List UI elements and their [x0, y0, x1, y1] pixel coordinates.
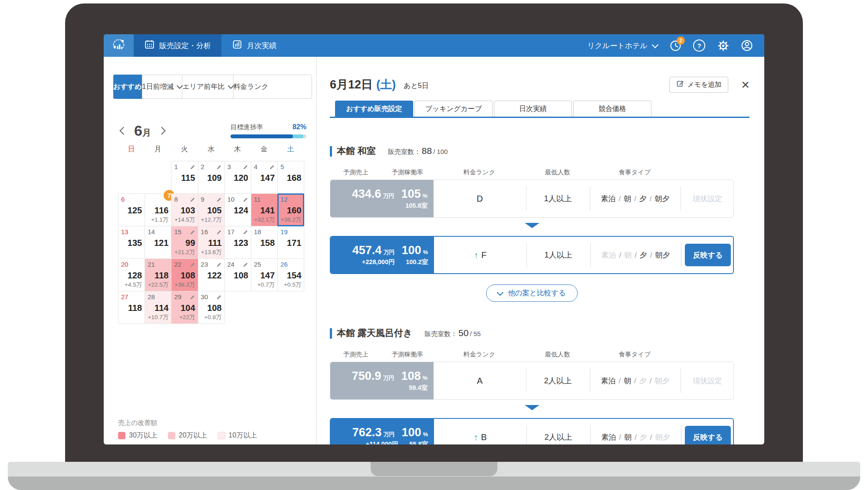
add-memo-button[interactable]: メモを追加	[669, 77, 729, 93]
chevron-down-icon	[497, 289, 504, 296]
close-icon[interactable]: ×	[741, 78, 750, 91]
nav-tab-monthly-results[interactable]: 月次実績	[221, 34, 287, 57]
app-logo[interactable]	[104, 34, 134, 57]
legend-color-swatch	[218, 432, 225, 439]
calendar-day-cell[interactable]: 4 147	[251, 161, 278, 194]
detail-tab[interactable]: おすすめ販売設定	[335, 101, 413, 117]
sales-difference: +114,000円	[366, 440, 398, 444]
account-button[interactable]	[741, 39, 753, 52]
compare-other-plans-button[interactable]: 他の案と比較する	[486, 284, 578, 302]
help-button[interactable]	[693, 39, 705, 52]
calendar-day-cell[interactable]: 2 109	[198, 161, 225, 194]
forecast-sales: 434.6	[352, 187, 381, 201]
days-remaining: あと5日	[404, 82, 429, 91]
calendar-day-cell[interactable]: 1 115	[171, 161, 198, 194]
meal-type: /朝	[616, 432, 631, 442]
calendar-icon	[144, 39, 155, 52]
current-setting-row: 750.9万円 108% 59.4室 A 2人以上 素泊 /朝 /夕	[330, 362, 734, 400]
chevron-down-icon	[227, 83, 233, 89]
calendar-day-cell[interactable]: 8 103 +14.5万	[171, 193, 198, 226]
day-number: 28	[148, 293, 155, 301]
meal-types-cell: 素泊 /朝 /夕 /朝夕	[590, 180, 681, 217]
sales-improvement-value	[121, 216, 142, 224]
apply-button[interactable]: 反映する	[685, 244, 731, 266]
calendar-day-cell[interactable]: 10 124	[224, 193, 251, 226]
apply-button[interactable]: 反映する	[685, 426, 731, 444]
day-number: 23	[201, 260, 208, 269]
remaining-rooms-value: 141	[254, 205, 275, 216]
remaining-rooms-value: 128	[121, 270, 142, 281]
meal-types-cell: 素泊 /朝 /夕 /朝夕	[590, 362, 681, 399]
calendar-day-cell[interactable]: 15 99 +21.2万	[171, 226, 198, 259]
sales-improvement-value: +38.3万	[174, 281, 195, 289]
previous-month-button[interactable]	[119, 127, 127, 134]
pencil-icon	[190, 229, 195, 237]
rank-up-arrow-icon: ↑	[473, 432, 478, 442]
notifications-button[interactable]: 2	[669, 39, 681, 52]
forecast-rooms: 55.8室	[409, 440, 428, 444]
hotel-selector[interactable]: リクルートホテル	[587, 41, 658, 51]
calendar-day-cell[interactable]: 16 111 +13.6万	[198, 226, 225, 259]
calendar-day-cell[interactable]: 27 118	[118, 291, 145, 324]
detail-tab[interactable]: 競合価格	[573, 101, 651, 117]
calendar-day-cell[interactable]: 6 125	[118, 193, 145, 226]
calendar-day-cell[interactable]: 3 120	[224, 161, 251, 194]
remaining-rooms-value: 115	[174, 172, 195, 183]
sales-improvement-value	[121, 248, 142, 256]
arrow-down-indicator	[525, 223, 539, 228]
price-rank-cell: ↑F	[434, 237, 526, 273]
detail-tab[interactable]: ブッキングカーブ	[414, 101, 493, 117]
day-number: 13	[121, 228, 128, 236]
pencil-icon	[216, 163, 222, 172]
calendar-day-cell[interactable]: 29 104 +22万	[171, 291, 198, 324]
calendar-day-cell[interactable]: 26 154 +0.5万	[277, 258, 304, 291]
day-number: 30	[201, 293, 208, 301]
forecast-block: 434.6万円 105% 105.8室	[330, 180, 434, 217]
month-label: 6月	[134, 122, 151, 139]
filter-tab[interactable]: 1日前増減	[142, 75, 183, 98]
calendar-day-cell[interactable]: 20 128 +4.5万	[118, 258, 145, 291]
column-header: 最低人数	[526, 350, 589, 359]
settings-button[interactable]	[717, 39, 729, 52]
calendar-day-cell[interactable]: 13 135	[118, 226, 145, 259]
calendar-day-cell[interactable]: 30 108 +0.8万	[198, 291, 225, 324]
next-month-button[interactable]	[158, 127, 165, 134]
current-setting-label: 現状設定	[693, 376, 722, 386]
current-setting-row: 434.6万円 105% 105.8室 D 1人以上 素泊 /朝 /夕	[330, 180, 734, 218]
calendar-day-cell[interactable]: 5 168	[277, 161, 304, 194]
arrow-down-indicator	[525, 405, 539, 410]
room-type-section-header: 本館 露天風呂付き 販売室数：50/ 55	[330, 327, 750, 340]
calendar-day-cell[interactable]: 28 114 +10.7万	[145, 291, 171, 324]
calendar-day-cell[interactable]: 17 123	[224, 226, 251, 259]
calendar-day-cell[interactable]: 14 121	[145, 226, 171, 259]
sales-improvement-value	[254, 183, 275, 191]
filter-tab[interactable]: 料金ランク	[233, 75, 269, 98]
calendar-day-cell[interactable]: 9 105 +12.7万	[198, 193, 225, 226]
sales-improvement-value: +22万	[174, 314, 195, 321]
calendar-day-cell[interactable]: 11 141 +32.1万	[251, 193, 278, 226]
sales-improvement-value: +0.5万	[280, 281, 301, 289]
calendar-day-cell[interactable]: 25 147 +0.7万	[251, 258, 278, 291]
calendar-day-cell[interactable]: 12 160 +36.2万	[277, 193, 304, 226]
calendar-day-cell[interactable]: 21 118 +22.5万	[145, 258, 171, 291]
detail-tab[interactable]: 日次実績	[494, 101, 572, 117]
weekday-label: 日	[118, 145, 145, 154]
calendar-day-cell[interactable]: 19 171	[277, 226, 304, 259]
sales-improvement-value	[227, 248, 248, 256]
compare-button-label: 他の案と比較する	[508, 288, 566, 298]
calendar-day-cell[interactable]: 24 108	[224, 258, 251, 291]
calendar-day-cell[interactable]: 7 116 +1.1万	[145, 193, 171, 226]
calendar-day-cell[interactable]: 18 158	[251, 226, 278, 259]
filter-tab[interactable]: エリア前年比	[182, 75, 233, 98]
calendar-day-cell[interactable]: 22 108 +38.3万	[171, 258, 198, 291]
remaining-rooms-value: 147	[254, 172, 275, 183]
pencil-icon	[216, 229, 222, 237]
column-header: 予測稼働率	[381, 350, 433, 359]
filter-tab[interactable]: おすすめ	[113, 75, 142, 99]
user-icon	[741, 39, 753, 52]
meal-type: /朝夕	[647, 376, 670, 386]
column-header: 食事タイプ	[589, 168, 680, 176]
goal-progress-value: 82%	[293, 123, 306, 131]
calendar-day-cell[interactable]: 23 122	[198, 258, 225, 291]
nav-tab-sales-settings[interactable]: 販売設定・分析	[134, 34, 221, 57]
